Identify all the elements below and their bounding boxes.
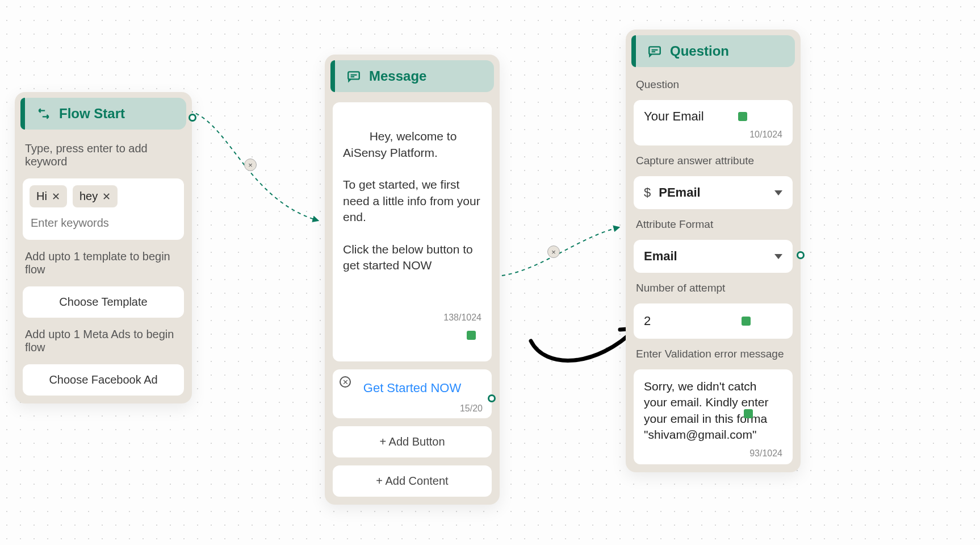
chevron-down-icon <box>774 190 782 195</box>
node-flow-start[interactable]: Flow Start Type, press enter to add keyw… <box>15 92 192 403</box>
node-header-question: Question <box>631 35 795 67</box>
add-content-row[interactable]: + Add Content <box>333 465 492 497</box>
keyword-hint: Type, press enter to add keyword <box>23 140 184 170</box>
remove-chip-icon[interactable]: ✕ <box>52 190 60 203</box>
meta-hint: Add upto 1 Meta Ads to begin flow <box>23 326 184 356</box>
header-accent <box>20 98 25 130</box>
capture-attribute-value: PEmail <box>659 185 700 200</box>
choose-facebook-ad-button[interactable]: Choose Facebook Ad <box>23 364 184 396</box>
attempt-input[interactable]: 2 <box>634 303 793 339</box>
message-body-input[interactable]: Hey, welcome to AiSensy Platform. To get… <box>333 102 492 361</box>
reply-button-counter: 15/20 <box>342 398 483 414</box>
node-title: Question <box>670 43 729 59</box>
keyword-chipbox[interactable]: Hi ✕ hey ✕ <box>23 178 184 240</box>
output-port-question[interactable] <box>797 251 805 259</box>
variable-marker[interactable] <box>742 317 751 326</box>
delete-edge-2[interactable]: × <box>547 246 560 258</box>
template-hint: Add upto 1 template to begin flow <box>23 248 184 278</box>
node-message[interactable]: Message Hey, welcome to AiSensy Platform… <box>325 55 500 505</box>
reply-button-label: Get Started NOW <box>342 375 483 398</box>
attribute-format-select[interactable]: Email <box>634 240 793 273</box>
variable-marker[interactable] <box>744 409 753 418</box>
question-field-label: Question <box>634 77 793 92</box>
node-question[interactable]: Question Question Your Email 10/1024 Cap… <box>626 30 801 472</box>
message-reply-button[interactable]: ✕ Get Started NOW 15/20 <box>333 369 492 418</box>
attempt-label: Number of attempt <box>634 281 793 296</box>
keyword-chip: hey ✕ <box>73 185 118 207</box>
output-port-button[interactable] <box>488 394 496 402</box>
message-icon <box>346 69 361 84</box>
question-text-input[interactable]: Your Email 10/1024 <box>634 100 793 145</box>
capture-attribute-label: Capture answer attribute <box>634 153 793 168</box>
question-icon <box>647 44 662 59</box>
message-body-text: Hey, welcome to AiSensy Platform. To get… <box>343 130 483 272</box>
dollar-icon: $ <box>644 185 651 200</box>
remove-chip-icon[interactable]: ✕ <box>102 190 111 203</box>
error-message-counter: 93/1024 <box>644 443 782 459</box>
chip-label: Hi <box>36 190 47 203</box>
node-title: Flow Start <box>59 106 125 122</box>
add-button-row[interactable]: + Add Button <box>333 426 492 457</box>
header-accent <box>631 35 636 67</box>
question-text-counter: 10/1024 <box>644 124 782 140</box>
node-title: Message <box>369 68 426 84</box>
choose-template-button[interactable]: Choose Template <box>23 286 184 318</box>
node-header-message: Message <box>330 60 494 92</box>
keyword-input[interactable] <box>30 213 177 233</box>
delete-edge-1[interactable]: × <box>244 159 257 171</box>
capture-attribute-select[interactable]: $ PEmail <box>634 176 793 209</box>
header-accent <box>330 60 335 92</box>
message-body-counter: 138/1024 <box>343 306 481 324</box>
flow-start-icon <box>36 106 51 121</box>
error-message-value: Sorry, we didn't catch your email. Kindl… <box>644 380 780 441</box>
attribute-format-value: Email <box>644 249 677 264</box>
variable-marker[interactable] <box>738 112 747 121</box>
error-message-input[interactable]: Sorry, we didn't catch your email. Kindl… <box>634 369 793 464</box>
node-header-flow-start: Flow Start <box>20 98 186 130</box>
chip-label: hey <box>79 190 98 203</box>
keyword-chip: Hi ✕ <box>30 185 67 207</box>
attempt-value: 2 <box>644 314 651 328</box>
chevron-down-icon <box>774 254 782 259</box>
output-port-flow-start[interactable] <box>189 114 196 122</box>
attribute-format-label: Attribute Format <box>634 217 793 232</box>
error-message-label: Enter Validation error message <box>634 347 793 361</box>
variable-marker[interactable] <box>467 331 476 340</box>
question-text-value: Your Email <box>644 109 704 124</box>
